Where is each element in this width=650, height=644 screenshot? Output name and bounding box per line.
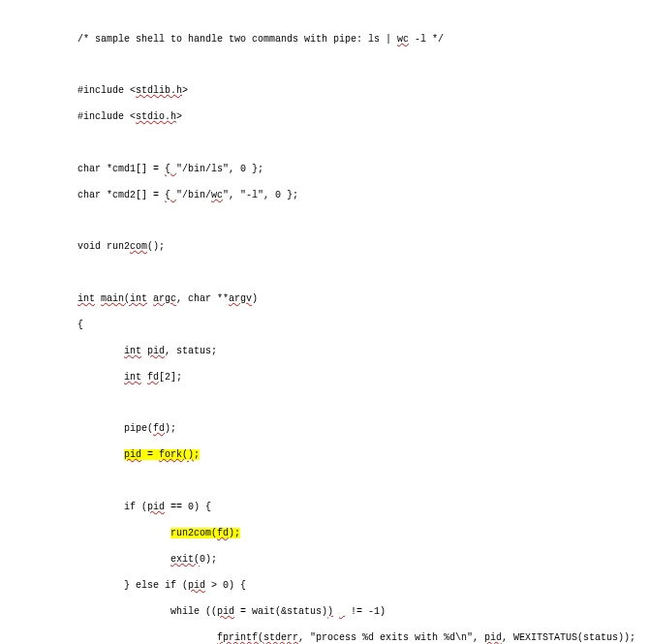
argc: argc [153, 293, 176, 304]
line-main-sig: int main(int argc, char **argv) [77, 292, 650, 306]
com: com [130, 241, 147, 252]
argv: argv [229, 293, 252, 304]
line-cmd2: char *cmd2[] = { "/bin/wc", "-l", 0 }; [77, 189, 650, 202]
t: > 0) { [205, 580, 246, 591]
fd: fd [217, 528, 229, 538]
t: (); [147, 241, 165, 252]
t: , "process %d exits with %d\n", [298, 632, 484, 643]
pid: pid [188, 580, 205, 591]
t: char *cmd1[] = [77, 164, 165, 174]
pid: pid [217, 606, 234, 617]
fd: fd [147, 372, 159, 383]
exit: exit( [170, 554, 200, 565]
line-proto: void run2com(); [77, 240, 650, 254]
t: ; [194, 449, 200, 460]
line-run2com-call: run2com(fd); [77, 527, 650, 540]
t: = [141, 449, 159, 460]
stdio: stdio.h [136, 111, 176, 122]
line-elseif: } else if (pid > 0) { [77, 579, 650, 593]
line-decl-fd: int fd[2]; [77, 371, 650, 384]
brace: { [165, 190, 176, 200]
blank [77, 475, 650, 487]
t: if ( [124, 502, 147, 512]
t: pipe( [124, 423, 153, 434]
t: void run2 [77, 241, 130, 252]
t: 0); [200, 554, 217, 565]
line-if: if (pid == 0) { [77, 501, 650, 514]
blank [77, 59, 650, 72]
wc-word: wc [397, 34, 409, 45]
t: [2]; [159, 372, 182, 383]
main: main(int [101, 293, 147, 304]
line-fork1: pid = fork(); [77, 448, 650, 462]
t: #include < [77, 85, 136, 96]
line-exit0: exit(0); [77, 553, 650, 567]
line-pipe: pipe(fd); [77, 422, 650, 436]
t: ", "-l", 0 }; [223, 190, 298, 200]
line-cmd1: char *cmd1[] = { "/bin/ls", 0 }; [77, 163, 650, 176]
t: , status; [165, 346, 217, 356]
brace: { [165, 164, 176, 174]
line-decl-pid: int pid, status; [77, 345, 650, 358]
int: int [124, 346, 141, 356]
line: { [77, 319, 650, 332]
t: > [182, 85, 188, 96]
t: char *cmd2[] = [77, 190, 165, 200]
stderr: stderr [263, 632, 298, 643]
fd: fd [153, 423, 165, 434]
wc: wc [211, 190, 223, 200]
line-while: while ((pid = wait(&status)) != -1) [77, 605, 650, 619]
t: ; [234, 528, 240, 538]
blank [77, 137, 650, 149]
stdlib: stdlib.h [136, 85, 182, 96]
t: , WEXITSTATUS(status)); [502, 632, 635, 643]
int: int [77, 293, 95, 304]
t: while (( [170, 606, 217, 617]
line-include2: #include <stdio.h> [77, 110, 650, 124]
t: , char ** [176, 293, 229, 304]
t: /* sample shell to handle two commands w… [77, 34, 397, 45]
pid: pid [147, 346, 165, 356]
line-comment: /* sample shell to handle two commands w… [77, 33, 650, 46]
pid: pid [147, 502, 165, 512]
t: == 0) { [165, 502, 211, 512]
line-fprintf: fprintf(stderr, "process %d exits with %… [77, 631, 650, 645]
t: { [77, 320, 83, 330]
blank [77, 215, 650, 228]
line-include1: #include <stdlib.h> [77, 84, 650, 98]
t: "/bin/ls", 0 }; [176, 164, 263, 174]
t: } else if ( [124, 580, 188, 591]
code-block: /* sample shell to handle two commands w… [77, 19, 650, 644]
t: ) [252, 293, 258, 304]
t: > [176, 111, 182, 122]
t: != -1) [345, 606, 386, 617]
pid: pid [124, 449, 141, 460]
fprintf: fprintf( [217, 632, 263, 643]
blank [77, 397, 650, 410]
blank [77, 266, 650, 279]
t: -l */ [409, 34, 444, 45]
t: = wait(&status) [234, 606, 327, 617]
t: ); [165, 423, 176, 434]
fork: fork() [159, 449, 194, 460]
t: "/bin/ [176, 190, 211, 200]
int: int [124, 372, 141, 383]
t: #include < [77, 111, 136, 122]
pid: pid [484, 632, 502, 643]
t: run2com( [170, 528, 217, 538]
